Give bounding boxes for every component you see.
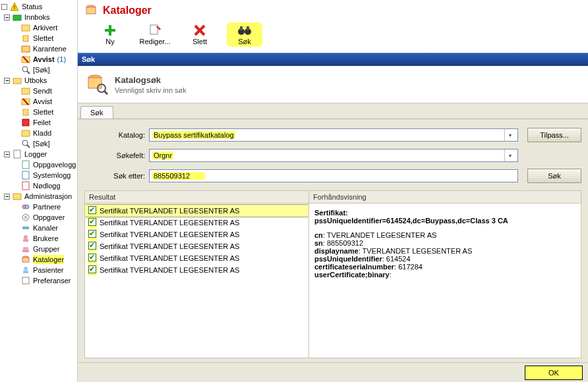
dialog-title: Katalogsøk <box>115 75 187 85</box>
tree-group-admin[interactable]: ‒ Administrasjon <box>0 191 77 202</box>
search-input[interactable] <box>152 172 205 180</box>
checkbox-icon[interactable] <box>88 218 96 226</box>
svg-rect-14 <box>23 109 28 115</box>
collapse-icon[interactable]: ‒ <box>4 78 10 84</box>
svg-point-31 <box>26 247 28 250</box>
collapse-icon[interactable]: ‒ <box>4 14 10 20</box>
plus-icon <box>102 24 118 37</box>
admin-icon <box>13 192 22 201</box>
preview-value: : 885509312 <box>323 239 363 247</box>
tree-label: Grupper <box>33 244 59 254</box>
chevron-down-icon[interactable]: ▾ <box>504 129 515 141</box>
result-item[interactable]: Sertifikat TVERLANDET LEGESENTER AS <box>85 229 309 240</box>
tree-item-nodlogg[interactable]: Nødlogg <box>0 180 77 191</box>
result-item[interactable]: Sertifikat TVERLANDET LEGESENTER AS <box>85 264 309 276</box>
tree-item-arkivert[interactable]: Arkivert <box>0 22 77 33</box>
tree-item-karantene[interactable]: Karantene <box>0 43 77 54</box>
tree-item-slettet2[interactable]: Slettet <box>0 107 77 117</box>
checkbox-wrap[interactable] <box>88 229 97 240</box>
search-button[interactable]: Søk <box>227 22 262 47</box>
katalog-dropdown[interactable]: Buypass sertifikatkatalog ▾ <box>149 128 518 142</box>
tree-group-utboks[interactable]: ‒ Utboks <box>0 75 77 86</box>
tab-sok[interactable]: Søk <box>80 106 113 119</box>
search-icon <box>21 139 30 148</box>
result-label: Sertifikat TVERLANDET LEGESENTER AS <box>100 219 239 227</box>
svg-text:!: ! <box>14 4 16 11</box>
tree-item-grupper[interactable]: Grupper <box>0 244 77 254</box>
toolbar-label: Slett <box>192 38 207 45</box>
inbox-icon <box>13 13 22 22</box>
tree-group-innboks[interactable]: ‒ Innboks <box>0 12 77 22</box>
preview-panel: Forhåndsvisning Sertifikat: pssUniqueIde… <box>309 191 581 358</box>
collapse-icon[interactable]: ‒ <box>4 151 10 157</box>
checkbox-wrap[interactable] <box>88 265 97 275</box>
count-badge: (1) <box>57 55 66 64</box>
trash-icon <box>21 107 30 117</box>
result-item[interactable]: Sertifikat TVERLANDET LEGESENTER AS <box>85 240 309 252</box>
ok-button[interactable]: OK <box>525 366 583 380</box>
expand-icon[interactable] <box>1 4 7 10</box>
tree-item-systemlogg[interactable]: Systemlogg <box>0 170 77 180</box>
checkbox-icon[interactable] <box>88 242 96 250</box>
chevron-down-icon[interactable]: ▾ <box>504 150 515 161</box>
users-icon <box>21 234 30 243</box>
tree-label: Preferanser <box>33 276 71 285</box>
tree-item-kataloger[interactable]: Kataloger <box>0 254 77 265</box>
checkbox-icon[interactable] <box>88 254 96 261</box>
tree-item-oppgaver[interactable]: Oppgaver <box>0 212 77 223</box>
result-item[interactable]: Sertifikat TVERLANDET LEGESENTER AS <box>85 217 309 229</box>
tree-item-kladd[interactable]: Kladd <box>0 128 77 138</box>
checkbox-icon[interactable] <box>88 230 96 238</box>
search-dialog: Søk Katalogsøk Vennligst skriv inn søk S… <box>78 53 588 382</box>
tree-item-brukere[interactable]: Brukere <box>0 233 77 244</box>
checkbox-icon[interactable] <box>88 265 96 273</box>
svg-rect-49 <box>247 26 249 30</box>
svg-rect-23 <box>13 194 21 200</box>
tree-item-preferanser[interactable]: Preferanser <box>0 275 77 286</box>
search-input-wrap <box>149 169 518 182</box>
tree-item-sok[interactable]: [Søk] <box>0 65 77 75</box>
tree-label: Administrasjon <box>24 192 72 201</box>
tree-root[interactable]: ! Status <box>0 1 77 12</box>
toolbar-label: Søk <box>238 38 251 45</box>
field-value: Buypass sertifikatkatalog <box>152 131 235 139</box>
page-title: Kataloger <box>103 5 152 16</box>
edit-button[interactable]: Rediger... <box>137 22 173 47</box>
emg-log-icon <box>21 181 30 190</box>
checkbox-icon[interactable] <box>88 206 96 214</box>
dialog-titlebar[interactable]: Søk <box>78 53 588 66</box>
tilpass-button[interactable]: Tilpass... <box>527 128 581 142</box>
result-item[interactable]: Sertifikat TVERLANDET LEGESENTER AS <box>85 205 309 217</box>
sok-button[interactable]: Søk <box>527 169 581 183</box>
tree-label: Systemlogg <box>33 171 71 180</box>
sent-icon <box>21 86 30 96</box>
svg-rect-19 <box>14 150 20 158</box>
collapse-icon[interactable]: ‒ <box>4 194 10 200</box>
tree-item-avvist2[interactable]: Avvist <box>0 96 77 107</box>
checkbox-wrap[interactable] <box>88 217 97 228</box>
tree-item-sendt[interactable]: Sendt <box>0 86 77 96</box>
svg-line-9 <box>27 71 30 74</box>
result-label: Sertifikat TVERLANDET LEGESENTER AS <box>100 231 239 238</box>
checkbox-wrap[interactable] <box>88 241 97 252</box>
checkbox-wrap[interactable] <box>88 253 97 263</box>
tree-item-pasienter[interactable]: Pasienter <box>0 265 77 275</box>
svg-rect-10 <box>13 78 21 84</box>
preview-body: Sertifikat: pssUniqueIdentifier=614524,d… <box>309 204 581 284</box>
tree-item-kanaler[interactable]: Kanaler <box>0 223 77 233</box>
tree-item-partnere[interactable]: Partnere <box>0 202 77 212</box>
tree-item-sok2[interactable]: [Søk] <box>0 138 77 149</box>
delete-button[interactable]: Slett <box>182 22 218 47</box>
checkbox-wrap[interactable] <box>88 205 97 216</box>
tree-item-avvist[interactable]: Avvist (1) <box>0 54 77 65</box>
tree-item-feilet[interactable]: Feilet <box>0 117 77 128</box>
svg-rect-2 <box>13 15 21 20</box>
sokefelt-dropdown[interactable]: Orgnr ▾ <box>149 149 518 162</box>
new-button[interactable]: Ny <box>92 22 128 47</box>
label-soketter: Søk etter: <box>84 172 145 180</box>
tree-item-slettet[interactable]: Slettet <box>0 33 77 43</box>
tree-item-oppgavelogg[interactable]: Oppgavelogg <box>0 159 77 170</box>
preview-label: userCertificate;binary <box>314 271 390 279</box>
tree-group-logger[interactable]: ‒ Logger <box>0 149 77 159</box>
result-item[interactable]: Sertifikat TVERLANDET LEGESENTER AS <box>85 252 309 264</box>
